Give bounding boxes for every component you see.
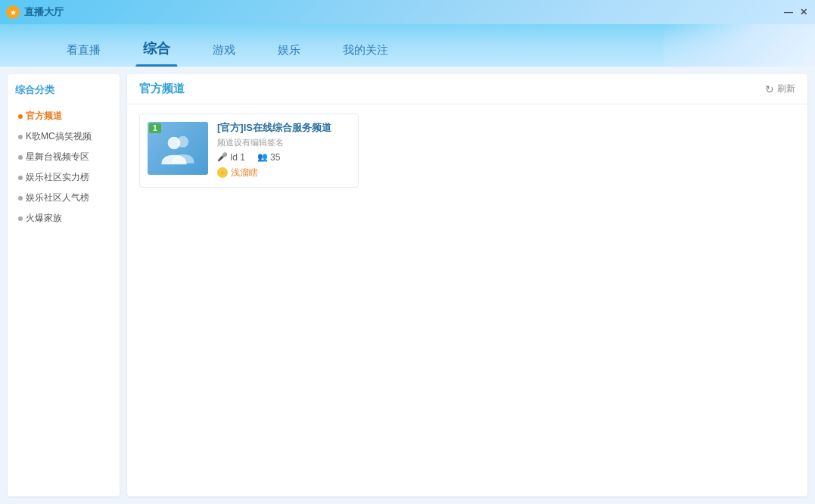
content-header: 官方频道 ↻ 刷新 [127, 74, 807, 104]
sidebar-item-label: 娱乐社区人气榜 [26, 191, 89, 204]
app-icon: ★ [6, 5, 20, 19]
refresh-button[interactable]: ↻ 刷新 [765, 82, 795, 95]
bullet-icon [18, 155, 23, 160]
bullet-icon [18, 196, 23, 201]
channels-area: 1 [官方]IS在线综合服务频道 频道设有编辑签名 [127, 104, 807, 496]
sidebar-title: 综合分类 [15, 83, 112, 97]
tab-watch[interactable]: 看直播 [45, 36, 122, 67]
title-bar: ★ 直播大厅 — ✕ [0, 0, 815, 24]
channel-stats: 🎤 Id 1 👥 35 [217, 152, 350, 163]
host-avatar-icon: ♀ [217, 167, 228, 178]
title-bar-left: ★ 直播大厅 [6, 5, 64, 19]
main-content: 综合分类 官方频道 K歌MC搞笑视频 星舞台视频专区 娱乐社区实力榜 娱乐社区人… [0, 67, 815, 504]
refresh-label: 刷新 [777, 82, 795, 95]
channel-id-stat: 🎤 Id 1 [217, 152, 245, 163]
content-panel: 官方频道 ↻ 刷新 1 [127, 74, 807, 496]
content-panel-title: 官方频道 [139, 82, 185, 96]
channel-viewers-stat: 👥 35 [257, 152, 280, 163]
channel-id-value: Id 1 [230, 152, 245, 163]
sidebar-item-label: 火爆家族 [26, 212, 62, 225]
tab-games[interactable]: 游戏 [191, 36, 257, 67]
viewers-icon: 👥 [257, 152, 268, 162]
sidebar-item-label: K歌MC搞笑视频 [26, 130, 92, 143]
nav-bar: 看直播 综合 游戏 娱乐 我的关注 [0, 24, 815, 67]
sidebar: 综合分类 官方频道 K歌MC搞笑视频 星舞台视频专区 娱乐社区实力榜 娱乐社区人… [8, 74, 120, 496]
bullet-icon [18, 216, 23, 221]
channel-thumbnail: 1 [148, 122, 208, 175]
channel-viewers-value: 35 [270, 152, 280, 163]
close-button[interactable]: ✕ [798, 7, 809, 17]
sidebar-item-power[interactable]: 娱乐社区实力榜 [15, 167, 112, 188]
minimize-button[interactable]: — [783, 7, 794, 17]
channel-name: [官方]IS在线综合服务频道 [217, 122, 350, 135]
channel-info: [官方]IS在线综合服务频道 频道设有编辑签名 🎤 Id 1 👥 35 [217, 122, 350, 179]
sidebar-item-kmc[interactable]: K歌MC搞笑视频 [15, 126, 112, 147]
sidebar-item-label: 星舞台视频专区 [26, 151, 89, 163]
live-badge: 1 [149, 123, 161, 133]
title-bar-controls: — ✕ [783, 7, 809, 17]
svg-point-1 [168, 136, 181, 149]
sidebar-item-label: 娱乐社区实力榜 [26, 171, 89, 184]
tab-entertainment[interactable]: 娱乐 [257, 36, 322, 67]
bullet-icon [18, 176, 23, 180]
channel-avatar-icon [159, 132, 197, 166]
refresh-icon: ↻ [765, 83, 774, 95]
sidebar-item-popular[interactable]: 娱乐社区人气榜 [15, 188, 112, 208]
tab-composite[interactable]: 综合 [122, 32, 191, 67]
channel-desc: 频道设有编辑签名 [217, 137, 350, 148]
tab-following[interactable]: 我的关注 [322, 36, 409, 67]
bullet-icon [18, 114, 23, 119]
channel-host: ♀ 浅溜瞎 [217, 166, 350, 179]
bullet-icon [18, 135, 23, 139]
channel-card[interactable]: 1 [官方]IS在线综合服务频道 频道设有编辑签名 [139, 114, 359, 188]
sidebar-item-label: 官方频道 [26, 110, 62, 123]
sidebar-item-family[interactable]: 火爆家族 [15, 208, 112, 229]
app-title: 直播大厅 [24, 5, 64, 19]
id-icon: 🎤 [217, 152, 228, 162]
host-name: 浅溜瞎 [231, 166, 258, 179]
sidebar-item-official[interactable]: 官方频道 [15, 106, 112, 126]
sidebar-item-star[interactable]: 星舞台视频专区 [15, 147, 112, 167]
